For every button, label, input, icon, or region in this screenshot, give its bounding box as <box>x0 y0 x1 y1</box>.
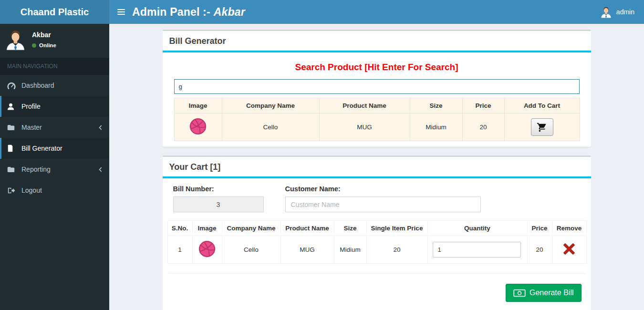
col-size: Size <box>334 221 366 236</box>
single-item-price-cell: 20 <box>366 236 427 264</box>
bill-generator-box-header: Bill Generator <box>163 31 591 52</box>
sidebar-item-bill-generator[interactable]: Bill Generator <box>0 138 109 159</box>
price-cell: 20 <box>527 236 552 264</box>
sidebar-toggle-icon[interactable] <box>109 9 132 15</box>
sidebar: Akbar Online MAIN NAVIGATION Dashboard P… <box>0 24 109 310</box>
product-image-cell <box>174 114 222 141</box>
sidebar-item-profile[interactable]: Profile <box>0 96 109 117</box>
money-icon <box>513 289 526 297</box>
col-single-item-price: Single Item Price <box>366 221 427 236</box>
cart-box-title: Your Cart [1] <box>169 162 221 172</box>
company-name-cell: Cello <box>222 114 319 141</box>
dashboard-icon <box>7 82 17 89</box>
price-cell: 20 <box>462 114 504 141</box>
user-avatar-icon <box>5 29 26 51</box>
col-quantity: Quantity <box>427 221 527 236</box>
content-area: Bill Generator Search Product [Hit Enter… <box>109 24 644 310</box>
sidebar-user-panel: Akbar Online <box>0 24 109 58</box>
sidebar-item-label: Logout <box>21 186 42 194</box>
size-cell: Midium <box>334 236 366 264</box>
product-image <box>198 240 216 258</box>
col-add-to-cart: Add To Cart <box>504 98 580 114</box>
sidebar-item-master[interactable]: Master <box>0 117 109 138</box>
sidebar-item-logout[interactable]: Logout <box>0 180 109 201</box>
col-image: Image <box>174 98 222 114</box>
cart-box: Your Cart [1] Bill Number: Customer Name… <box>163 155 591 310</box>
sidebar-item-label: Profile <box>21 103 41 110</box>
product-image <box>189 117 207 135</box>
file-icon <box>7 145 17 152</box>
sidebar-item-label: Master <box>21 124 42 131</box>
search-results-table: Image Company Name Product Name Size Pri… <box>174 98 580 141</box>
generate-bill-button[interactable]: Generate Bill <box>506 284 582 302</box>
company-name-cell: Cello <box>222 236 280 264</box>
add-to-cart-cell <box>504 114 580 141</box>
online-status-icon <box>32 43 36 48</box>
navbar-user-menu[interactable]: admin <box>591 0 644 24</box>
col-company-name: Company Name <box>222 98 319 114</box>
col-product-name: Product Name <box>319 98 410 114</box>
col-price: Price <box>527 221 552 236</box>
remove-cell <box>552 236 586 264</box>
bill-number-label: Bill Number: <box>173 185 264 193</box>
col-price: Price <box>462 98 504 114</box>
col-product-name: Product Name <box>280 221 334 236</box>
product-name-cell: MUG <box>319 114 410 141</box>
col-company-name: Company Name <box>222 221 280 236</box>
product-search-input[interactable] <box>174 79 580 94</box>
brand-logo[interactable]: Chaand Plastic <box>0 0 109 24</box>
remove-x-icon <box>562 243 576 255</box>
user-icon <box>7 103 17 110</box>
logout-icon <box>7 187 17 194</box>
page-title: Admin Panel :-Akbar <box>132 6 245 19</box>
online-status-label: Online <box>39 42 56 48</box>
chevron-left-icon <box>99 125 102 130</box>
sidebar-item-reporting[interactable]: Reporting <box>0 159 109 180</box>
sno-cell: 1 <box>167 236 192 264</box>
col-image: Image <box>192 221 222 236</box>
bill-number-field-group: Bill Number: <box>173 185 264 212</box>
search-product-heading: Search Product [Hit Enter For Search] <box>174 62 580 72</box>
col-remove: Remove <box>552 221 586 236</box>
product-image-cell <box>192 236 222 264</box>
shopping-cart-icon <box>537 122 547 133</box>
sidebar-menu: Dashboard Profile Master <box>0 75 109 201</box>
quantity-input[interactable] <box>433 242 521 258</box>
chevron-left-icon <box>99 167 102 172</box>
bill-generator-box: Bill Generator Search Product [Hit Enter… <box>163 30 591 147</box>
bill-generator-box-title: Bill Generator <box>169 36 226 46</box>
quantity-cell <box>427 236 527 264</box>
product-name-cell: MUG <box>280 236 334 264</box>
sidebar-item-label: Bill Generator <box>21 145 62 152</box>
sidebar-user-name: Akbar <box>32 31 56 39</box>
cart-table: S.No. Image Company Name Product Name Si… <box>167 220 587 264</box>
customer-name-input[interactable] <box>285 196 481 212</box>
page-title-username: Akbar <box>214 6 245 18</box>
sidebar-item-label: Dashboard <box>21 82 54 89</box>
navbar: Admin Panel :-Akbar admin <box>109 0 644 24</box>
cart-table-header-row: S.No. Image Company Name Product Name Si… <box>167 221 586 236</box>
folder-icon <box>7 166 17 173</box>
sidebar-nav-header: MAIN NAVIGATION <box>0 58 109 75</box>
customer-name-label: Customer Name: <box>285 185 481 193</box>
search-result-row: Cello MUG Midium 20 <box>174 114 580 141</box>
sidebar-item-label: Reporting <box>21 165 51 173</box>
col-size: Size <box>410 98 462 114</box>
cart-item-row: 1 Cello MUG Midium 20 <box>167 236 586 264</box>
folder-icon <box>7 124 17 131</box>
size-cell: Midium <box>410 114 462 141</box>
add-to-cart-button[interactable] <box>531 118 553 136</box>
generate-bill-label: Generate Bill <box>530 289 574 297</box>
bill-number-input <box>173 196 264 212</box>
search-table-header-row: Image Company Name Product Name Size Pri… <box>174 98 580 114</box>
page-title-text: Admin Panel :- <box>132 6 210 18</box>
top-navbar: Chaand Plastic Admin Panel :-Akbar admin <box>0 0 644 24</box>
col-sno: S.No. <box>167 221 192 236</box>
cart-box-header: Your Cart [1] <box>163 157 591 178</box>
customer-name-field-group: Customer Name: <box>285 185 481 212</box>
navbar-username: admin <box>616 8 634 16</box>
remove-item-button[interactable] <box>562 243 576 255</box>
navbar-avatar-icon <box>600 6 612 18</box>
sidebar-item-dashboard[interactable]: Dashboard <box>0 75 109 96</box>
